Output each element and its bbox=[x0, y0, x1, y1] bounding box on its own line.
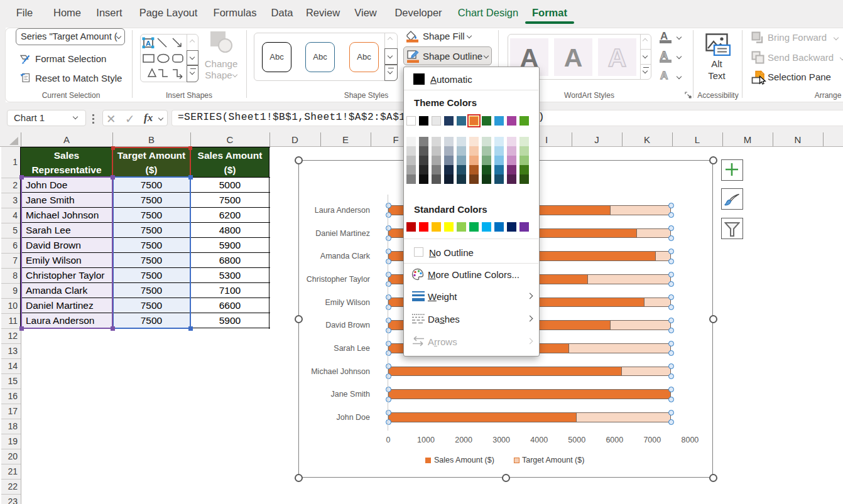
svg-text:A: A bbox=[146, 40, 151, 47]
